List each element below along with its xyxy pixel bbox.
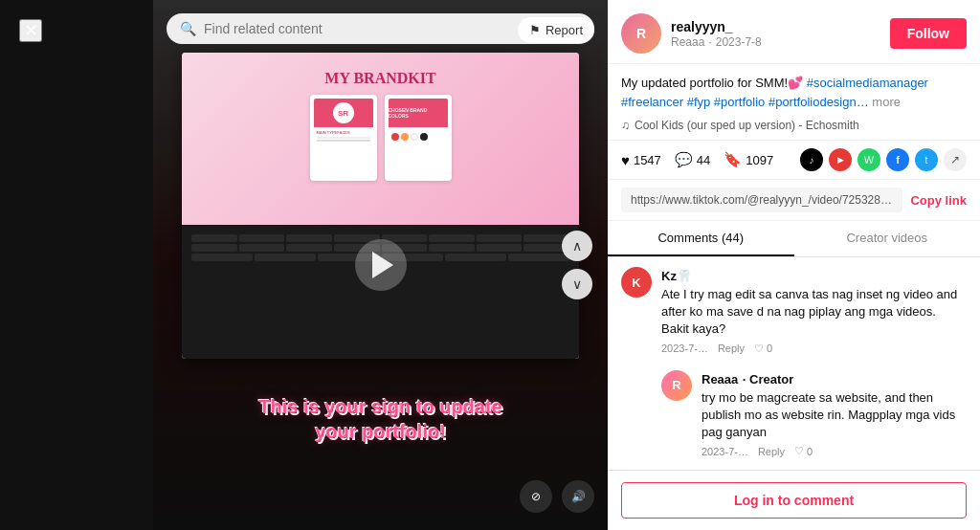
creator-badge: · Creator bbox=[743, 372, 793, 386]
share-whatsapp-icon[interactable]: W bbox=[858, 148, 880, 171]
avatar: R bbox=[621, 13, 661, 54]
comment-item-creator: R Reaaa · Creator try mo be magcreate sa… bbox=[661, 370, 967, 458]
likes-count: 1547 bbox=[634, 153, 661, 167]
music-row: ♫ Cool Kids (our sped up version) - Echo… bbox=[621, 117, 967, 134]
reaaa-label: Reaaa bbox=[671, 35, 704, 49]
share-red-icon[interactable]: ▶ bbox=[829, 148, 852, 171]
video-thumbnail: MY BRANDKIT SR MAIN TYPEFACES CHOSEN BRA… bbox=[182, 53, 579, 359]
share-twitter-icon[interactable]: t bbox=[915, 148, 938, 171]
tab-creator-videos[interactable]: Creator videos bbox=[794, 221, 981, 256]
screen-top: MY BRANDKIT SR MAIN TYPEFACES CHOSEN BRA… bbox=[182, 53, 579, 225]
heart-icon: ♥ bbox=[621, 152, 630, 168]
brandkit-title: MY BRANDKIT bbox=[191, 70, 569, 87]
meta-row: Reaaa · 2023-7-8 bbox=[671, 35, 880, 49]
date-label: 2023-7-8 bbox=[716, 35, 762, 49]
nav-down-button[interactable]: ∨ bbox=[562, 269, 592, 299]
comment-text-kz: Ate I try mag edit sa canva tas nag inse… bbox=[661, 286, 967, 339]
login-footer: Log in to comment bbox=[608, 470, 980, 530]
flag-icon: ⚑ bbox=[529, 23, 541, 37]
comments-section: K Kz🦷 Ate I try mag edit sa canva tas na… bbox=[608, 257, 980, 470]
bookmark-icon: 🔖 bbox=[724, 151, 742, 168]
commenter-avatar-kz: K bbox=[621, 267, 652, 298]
like-count-kz: 0 bbox=[767, 342, 772, 354]
card-left: SR MAIN TYPEFACES bbox=[310, 95, 377, 181]
profile-info: realyyyn_ Reaaa · 2023-7-8 bbox=[671, 19, 880, 49]
close-button[interactable]: ✕ bbox=[19, 19, 42, 42]
like-icon-reaaa: ♡ bbox=[794, 445, 804, 457]
like-count-reaaa: 0 bbox=[807, 446, 813, 457]
comment-like-reaaa[interactable]: ♡ 0 bbox=[794, 445, 813, 457]
comments-count: 44 bbox=[697, 153, 710, 167]
sign-text-line2: your portfolio! bbox=[153, 419, 608, 444]
comment-item: K Kz🦷 Ate I try mag edit sa canva tas na… bbox=[621, 267, 967, 355]
comment-meta-kz: 2023-7-… Reply ♡ 0 bbox=[661, 342, 967, 355]
chevron-down-icon: ∨ bbox=[572, 276, 582, 292]
sign-text-line1: This is your sign to update bbox=[153, 394, 608, 419]
caption-area: My updated portfolio for SMM!💕 #socialme… bbox=[608, 64, 980, 141]
share-more-icon[interactable]: ↗ bbox=[944, 148, 967, 171]
link-text: https://www.tiktok.com/@realyyyn_/video/… bbox=[621, 188, 902, 212]
comment-body-reaaa: Reaaa · Creator try mo be magcreate sa w… bbox=[702, 370, 967, 458]
subtitles-icon: ⊘ bbox=[531, 490, 541, 503]
follow-button[interactable]: Follow bbox=[890, 18, 967, 49]
volume-icon: 🔊 bbox=[571, 490, 586, 503]
report-button[interactable]: ⚑ Report bbox=[518, 17, 594, 43]
reply-button-kz[interactable]: Reply bbox=[718, 342, 745, 354]
video-controls: ⊘ 🔊 bbox=[520, 480, 594, 513]
play-button[interactable] bbox=[355, 239, 407, 291]
chevron-up-icon: ∧ bbox=[572, 238, 582, 254]
reply-button-reaaa[interactable]: Reply bbox=[758, 446, 785, 457]
right-panel: R realyyyn_ Reaaa · 2023-7-8 Follow My u… bbox=[608, 0, 980, 530]
caption-body: My updated portfolio for SMM!💕 bbox=[621, 76, 803, 90]
dot-separator: · bbox=[708, 35, 711, 49]
comment-body-kz: Kz🦷 Ate I try mag edit sa canva tas nag … bbox=[661, 267, 967, 355]
link-row: https://www.tiktok.com/@realyyyn_/video/… bbox=[608, 180, 980, 221]
login-to-comment-button[interactable]: Log in to comment bbox=[621, 482, 967, 519]
share-facebook-icon[interactable]: f bbox=[886, 148, 909, 171]
music-text: Cool Kids (our sped up version) - Echosm… bbox=[635, 117, 859, 134]
card-right: CHOSEN BRAND COLORS bbox=[385, 95, 452, 181]
comment-icon: 💬 bbox=[675, 151, 693, 168]
search-icon: 🔍 bbox=[180, 21, 196, 36]
more-button[interactable]: more bbox=[872, 95, 901, 109]
comment-date-reaaa: 2023-7-… bbox=[702, 446, 748, 457]
bookmarks-count: 1097 bbox=[746, 153, 773, 167]
bookmarks-stat[interactable]: 🔖 1097 bbox=[724, 151, 773, 168]
video-container: 🔍 ⚑ Report MY BRANDKIT SR MAIN TYPEFACES bbox=[153, 0, 608, 530]
left-overlay: ✕ bbox=[0, 0, 153, 530]
brandkit-cards: SR MAIN TYPEFACES CHOSEN BRAND COLORS bbox=[191, 95, 569, 181]
tabs-row: Comments (44) Creator videos bbox=[608, 221, 980, 257]
volume-button[interactable]: 🔊 bbox=[562, 480, 594, 513]
nav-up-button[interactable]: ∧ bbox=[562, 231, 592, 261]
likes-stat[interactable]: ♥ 1547 bbox=[621, 152, 661, 168]
like-icon-kz: ♡ bbox=[754, 342, 764, 355]
music-note-icon: ♫ bbox=[621, 117, 630, 134]
caption-text: My updated portfolio for SMM!💕 #socialme… bbox=[621, 74, 967, 111]
comments-stat[interactable]: 💬 44 bbox=[675, 151, 710, 168]
commenter-name-reaaa: Reaaa bbox=[702, 372, 738, 386]
stats-row: ♥ 1547 💬 44 🔖 1097 ♪ ▶ W f t ↗ bbox=[608, 141, 980, 180]
nav-arrows: ∧ ∨ bbox=[562, 231, 592, 299]
username: realyyyn_ bbox=[671, 19, 880, 34]
commenter-name-kz: Kz🦷 bbox=[661, 269, 692, 283]
comment-meta-reaaa: 2023-7-… Reply ♡ 0 bbox=[702, 445, 967, 457]
subtitles-button[interactable]: ⊘ bbox=[520, 480, 552, 513]
video-caption-overlay: This is your sign to update your portfol… bbox=[153, 394, 608, 444]
share-icons: ♪ ▶ W f t ↗ bbox=[800, 148, 967, 171]
share-tiktok-icon[interactable]: ♪ bbox=[800, 148, 823, 171]
comment-like-kz[interactable]: ♡ 0 bbox=[754, 342, 772, 355]
close-icon: ✕ bbox=[24, 20, 38, 41]
copy-link-button[interactable]: Copy link bbox=[910, 193, 967, 208]
commenter-avatar-reaaa: R bbox=[661, 370, 692, 401]
profile-header: R realyyyn_ Reaaa · 2023-7-8 Follow bbox=[608, 0, 980, 64]
comment-date-kz: 2023-7-… bbox=[661, 342, 708, 354]
comment-text-reaaa: try mo be magcreate sa website, and then… bbox=[702, 389, 967, 442]
tab-comments[interactable]: Comments (44) bbox=[608, 221, 794, 256]
play-icon bbox=[372, 252, 393, 278]
